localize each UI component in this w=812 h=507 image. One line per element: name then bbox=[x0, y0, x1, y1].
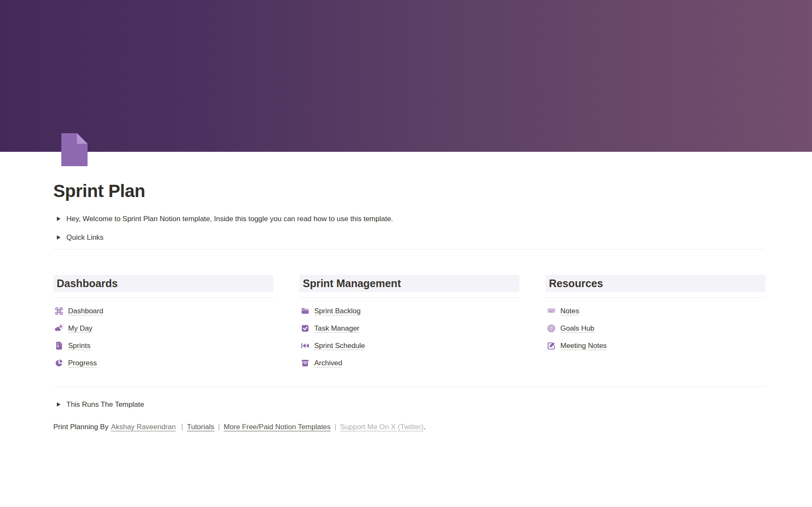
divider bbox=[299, 297, 519, 298]
footer-link-twitter[interactable]: Support Me On X (Twitter) bbox=[340, 423, 423, 431]
toggle-triangle-icon[interactable] bbox=[53, 214, 63, 224]
toggle-runs-template[interactable]: This Runs The Template bbox=[53, 398, 765, 411]
page-link-my-day[interactable]: My Day bbox=[53, 320, 273, 337]
footer-prefix: Print Planning By bbox=[53, 423, 108, 431]
column-sprint-management: Sprint Management Sprint Backlog bbox=[299, 275, 519, 372]
page-link-sprint-schedule[interactable]: Sprint Schedule bbox=[299, 337, 519, 354]
page-cover bbox=[0, 0, 812, 152]
folder-icon bbox=[301, 307, 310, 315]
page-link-task-manager[interactable]: Task Manager bbox=[299, 320, 519, 337]
page-icon[interactable] bbox=[61, 133, 88, 166]
column-dashboards: Dashboards Dashboard bbox=[53, 275, 273, 372]
link-list: Dashboard bbox=[53, 302, 273, 372]
page-link-archived[interactable]: Archived bbox=[299, 354, 519, 372]
link-list: Notes Goals Hub bbox=[546, 302, 765, 354]
page-link-sprints[interactable]: Sprints bbox=[53, 337, 273, 354]
footer-link-author[interactable]: Akshay Raveendran bbox=[111, 423, 176, 431]
divider bbox=[53, 297, 273, 298]
page-link-meeting-notes[interactable]: Meeting Notes bbox=[546, 337, 765, 354]
target-icon bbox=[547, 324, 556, 333]
toggle-triangle-icon[interactable] bbox=[53, 399, 63, 409]
section-title-resources: Resources bbox=[546, 275, 765, 292]
toggle-welcome-label: Hey, Welcome to Sprint Plan Notion templ… bbox=[66, 214, 393, 225]
checkbox-icon bbox=[301, 324, 310, 333]
footer-separator: | bbox=[218, 423, 219, 431]
page-link-notes[interactable]: Notes bbox=[546, 302, 765, 320]
pie-chart-icon bbox=[55, 359, 63, 367]
footer-suffix: . bbox=[424, 423, 426, 431]
keyboard-icon bbox=[547, 307, 556, 315]
toggle-quick-links[interactable]: Quick Links bbox=[53, 231, 765, 244]
page-link-goals-hub[interactable]: Goals Hub bbox=[546, 320, 765, 337]
footer-separator: | bbox=[335, 423, 336, 431]
footer-separator: | bbox=[181, 423, 183, 431]
footer-credits: Print Planning ByAkshay Raveendran|Tutor… bbox=[53, 421, 765, 433]
partly-sunny-icon bbox=[55, 324, 63, 333]
page-link-sprint-backlog[interactable]: Sprint Backlog bbox=[299, 302, 519, 320]
toggle-quick-links-label: Quick Links bbox=[66, 232, 104, 243]
toggle-welcome[interactable]: Hey, Welcome to Sprint Plan Notion templ… bbox=[53, 212, 765, 225]
page-body: Sprint Plan Hey, Welcome to Sprint Plan … bbox=[53, 181, 765, 433]
divider bbox=[53, 386, 765, 387]
section-title-sprint-management: Sprint Management bbox=[299, 275, 519, 292]
toggle-triangle-icon[interactable] bbox=[53, 232, 63, 242]
rewind-icon bbox=[301, 341, 310, 350]
page-link-progress[interactable]: Progress bbox=[53, 354, 273, 372]
divider bbox=[53, 249, 765, 249]
archive-icon bbox=[301, 359, 310, 367]
link-list: Sprint Backlog Task Manager bbox=[299, 302, 519, 372]
footer-link-more-templates[interactable]: More Free/Paid Notion Templates bbox=[224, 423, 331, 431]
document-icon bbox=[61, 133, 88, 166]
command-icon bbox=[55, 307, 63, 315]
section-title-dashboards: Dashboards bbox=[53, 275, 273, 292]
divider bbox=[546, 297, 765, 298]
page-link-dashboard[interactable]: Dashboard bbox=[53, 302, 273, 320]
edit-icon bbox=[547, 341, 556, 350]
invoice-icon bbox=[55, 341, 63, 350]
footer-link-tutorials[interactable]: Tutorials bbox=[187, 423, 214, 431]
link-columns: Dashboards Dashboard bbox=[53, 275, 765, 372]
column-resources: Resources Notes bbox=[546, 275, 765, 372]
toggle-runs-template-label: This Runs The Template bbox=[66, 399, 144, 410]
page-title: Sprint Plan bbox=[53, 181, 765, 201]
